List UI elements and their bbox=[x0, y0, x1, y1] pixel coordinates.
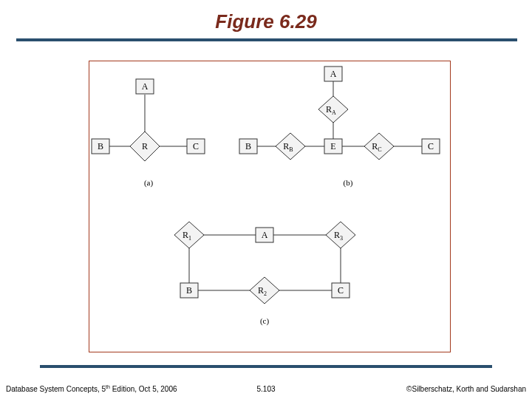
divider-top bbox=[16, 38, 517, 41]
entity-C-label-c: C bbox=[338, 285, 344, 296]
entity-B-label-c: B bbox=[186, 285, 192, 296]
slide-title: Figure 6.29 bbox=[0, 0, 532, 36]
entity-C-label-b: C bbox=[428, 141, 434, 151]
diagram-c: R1 A R3 B R2 C (c) bbox=[174, 222, 355, 326]
entity-c-label: C bbox=[193, 141, 199, 151]
diagram-b: A RA B RB E RC C (b) bbox=[239, 66, 440, 188]
caption-b: (b) bbox=[344, 178, 353, 188]
footer-right: ©Silberschatz, Korth and Sudarshan bbox=[406, 385, 526, 393]
entity-a-label: A bbox=[142, 81, 149, 92]
figure-frame: A B C R (a) A RA B bbox=[89, 61, 451, 352]
relationship-r-label: R bbox=[142, 141, 148, 151]
diagram-a: A B C R (a) bbox=[92, 79, 205, 188]
divider-bottom bbox=[40, 365, 492, 368]
entity-B-label-b: B bbox=[245, 141, 251, 151]
caption-a: (a) bbox=[144, 178, 154, 188]
entity-b-label: B bbox=[98, 141, 103, 151]
entity-A-label-b: A bbox=[330, 69, 337, 79]
caption-c: (c) bbox=[260, 316, 270, 326]
entity-E-label-b: E bbox=[330, 141, 335, 151]
figure-svg: A B C R (a) A RA B bbox=[89, 61, 450, 352]
entity-A-label-c: A bbox=[262, 230, 268, 240]
